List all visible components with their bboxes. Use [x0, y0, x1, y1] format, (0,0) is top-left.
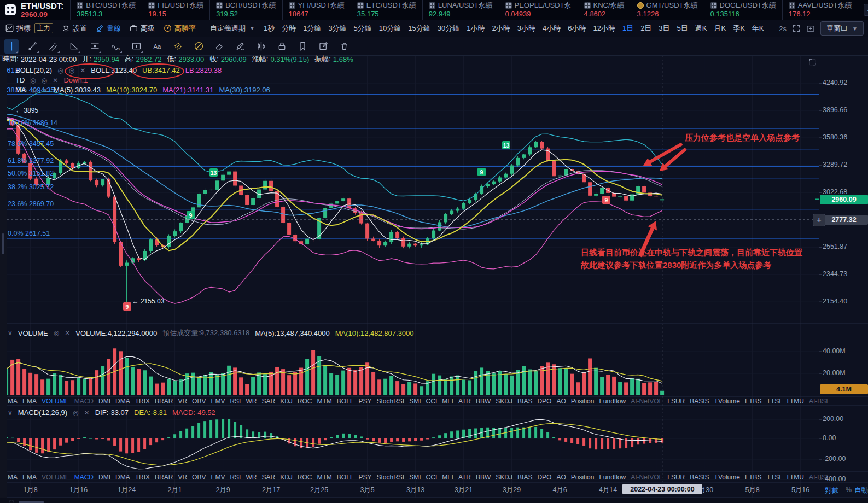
tab-OBV[interactable]: OBV — [192, 473, 206, 481]
tab-DMA[interactable]: DMA — [115, 473, 130, 481]
tab-BASIS[interactable]: BASIS — [690, 473, 709, 481]
indicator-settings-icon[interactable]: ◎ — [54, 329, 59, 337]
tab-RSI[interactable]: RSI — [230, 473, 241, 481]
tab-MFI[interactable]: MFI — [442, 397, 453, 405]
tab-TRIX[interactable]: TRIX — [135, 397, 150, 405]
tab-MTM[interactable]: MTM — [317, 397, 331, 405]
tab-BIAS[interactable]: BIAS — [517, 473, 532, 481]
tab-SMI[interactable]: SMI — [409, 397, 421, 405]
tab-SMI[interactable]: SMI — [409, 473, 421, 481]
indicator-settings-icon[interactable]: ◎ — [57, 67, 63, 74]
pane-expand-icon[interactable] — [808, 58, 817, 68]
tab-EMV[interactable]: EMV — [211, 473, 225, 481]
tab-VOLUME[interactable]: VOLUME — [42, 473, 69, 481]
tab-WR[interactable]: WR — [246, 473, 257, 481]
tab-RSI[interactable]: RSI — [230, 397, 241, 405]
tab-LSUR[interactable]: LSUR — [667, 397, 685, 405]
indicator-settings-icon[interactable]: ◎ — [32, 86, 37, 94]
tab-WR[interactable]: WR — [246, 397, 257, 405]
tab-LSUR[interactable]: LSUR — [667, 473, 685, 481]
tab-VOLUME[interactable]: VOLUME — [42, 397, 69, 405]
tab-TTSI[interactable]: TTSI — [767, 397, 781, 405]
tab-TVolume[interactable]: TVolume — [714, 397, 740, 405]
tab-KDJ[interactable]: KDJ — [280, 473, 293, 481]
add-order-button[interactable]: + — [813, 214, 825, 226]
time-label: 1月8 — [11, 486, 50, 495]
tab-CCI[interactable]: CCI — [426, 397, 438, 405]
tab-ROC[interactable]: ROC — [298, 397, 312, 405]
tab-BBW[interactable]: BBW — [476, 473, 491, 481]
tab-MA[interactable]: MA — [8, 397, 18, 405]
tab-TRIX[interactable]: TRIX — [135, 473, 150, 481]
tab-SKDJ[interactable]: SKDJ — [496, 473, 512, 481]
tab-AI-BSI[interactable]: AI-BSI — [809, 397, 828, 405]
tab-BRAR[interactable]: BRAR — [155, 473, 173, 481]
tab-Fundflow[interactable]: Fundflow — [599, 397, 626, 405]
tab-Position[interactable]: Position — [571, 397, 595, 405]
pane-borders-layer — [0, 56, 868, 498]
tab-TVolume[interactable]: TVolume — [714, 473, 740, 481]
tab-PSY[interactable]: PSY — [359, 473, 372, 481]
tab-MTM[interactable]: MTM — [317, 473, 331, 481]
tab-ATR[interactable]: ATR — [458, 397, 471, 405]
tab-AO[interactable]: AO — [556, 397, 566, 405]
log-scale-toggle[interactable]: 對數 — [825, 486, 838, 495]
tab-MFI[interactable]: MFI — [442, 473, 453, 481]
tab-DMA[interactable]: DMA — [115, 397, 130, 405]
tab-EMA[interactable]: EMA — [22, 397, 37, 405]
tab-AI-NetVOL[interactable]: AI-NetVOL — [631, 473, 662, 481]
tab-BOLL[interactable]: BOLL — [337, 473, 354, 481]
close-icon[interactable]: ✕ — [84, 409, 90, 417]
tab-DMI[interactable]: DMI — [98, 397, 110, 405]
tab-ATR[interactable]: ATR — [458, 473, 471, 481]
tab-SAR[interactable]: SAR — [261, 473, 275, 481]
tab-BBW[interactable]: BBW — [476, 397, 491, 405]
tab-EMV[interactable]: EMV — [211, 397, 225, 405]
tab-BIAS[interactable]: BIAS — [517, 397, 532, 405]
indicator-settings-icon[interactable]: ◎ — [73, 409, 78, 417]
time-label: 3月21 — [445, 486, 483, 495]
close-icon[interactable]: ✕ — [65, 329, 70, 337]
tab-AO[interactable]: AO — [556, 473, 566, 481]
tab-BOLL[interactable]: BOLL — [337, 397, 354, 405]
tab-EMA[interactable]: EMA — [22, 473, 37, 481]
chevron-down-icon[interactable]: ∨ — [8, 409, 13, 417]
tab-SKDJ[interactable]: SKDJ — [496, 397, 512, 405]
tab-PSY[interactable]: PSY — [359, 397, 372, 405]
panel-handle[interactable] — [2, 233, 4, 254]
tab-StochRSI[interactable]: StochRSI — [377, 473, 405, 481]
tab-DPO[interactable]: DPO — [537, 397, 551, 405]
tab-BRAR[interactable]: BRAR — [155, 397, 173, 405]
tab-CCI[interactable]: CCI — [426, 473, 438, 481]
percent-scale-toggle[interactable]: % — [846, 486, 852, 494]
tab-FTBS[interactable]: FTBS — [745, 397, 762, 405]
auto-scale-toggle[interactable]: 自動 — [854, 486, 868, 495]
indicator-settings-icon[interactable]: ◎ — [30, 77, 36, 84]
tab-AI-NetVOL[interactable]: AI-NetVOL — [631, 397, 662, 405]
tab-KDJ[interactable]: KDJ — [280, 397, 293, 405]
tab-MA[interactable]: MA — [8, 473, 18, 481]
tab-TTMU[interactable]: TTMU — [786, 473, 804, 481]
close-icon[interactable]: ✕ — [53, 77, 58, 84]
tab-TTMU[interactable]: TTMU — [786, 397, 804, 405]
ohlc-label: 漲幅: — [252, 54, 269, 64]
tab-ROC[interactable]: ROC — [298, 473, 312, 481]
tab-BASIS[interactable]: BASIS — [690, 397, 709, 405]
tab-VR[interactable]: VR — [178, 397, 187, 405]
tab-MACD[interactable]: MACD — [74, 473, 94, 481]
tab-MACD[interactable]: MACD — [74, 397, 94, 405]
indicator-settings-icon[interactable]: ◎ — [42, 77, 47, 84]
indicator-value: LB:2829.38 — [185, 66, 222, 74]
tab-Fundflow[interactable]: Fundflow — [599, 473, 626, 481]
tab-DMI[interactable]: DMI — [98, 473, 110, 481]
close-icon[interactable]: ✕ — [43, 86, 48, 94]
tab-OBV[interactable]: OBV — [192, 397, 206, 405]
tab-VR[interactable]: VR — [178, 473, 187, 481]
tab-SAR[interactable]: SAR — [261, 397, 275, 405]
chevron-down-icon[interactable]: ∨ — [8, 329, 13, 337]
tab-StochRSI[interactable]: StochRSI — [377, 397, 405, 405]
tab-Position[interactable]: Position — [571, 473, 595, 481]
tab-FTBS[interactable]: FTBS — [745, 473, 762, 481]
tab-DPO[interactable]: DPO — [537, 473, 551, 481]
tab-TTSI[interactable]: TTSI — [767, 473, 781, 481]
